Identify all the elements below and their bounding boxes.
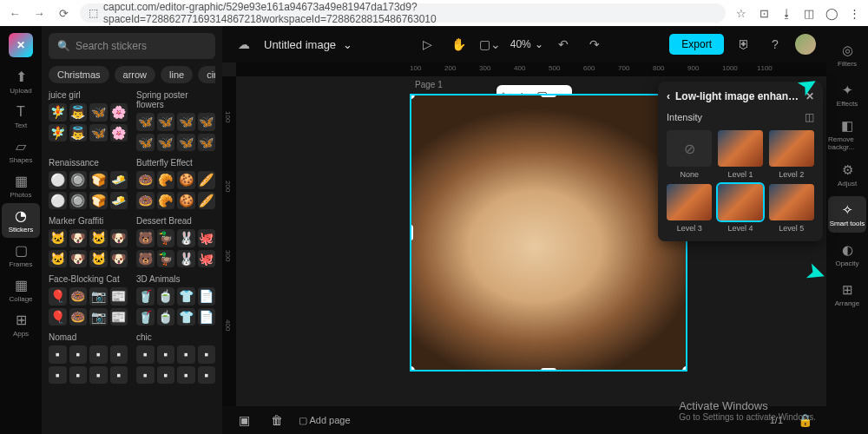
intensity-level-5[interactable]: Level 5 [768, 184, 814, 233]
sticker-thumb[interactable]: 🐶 [110, 229, 128, 247]
sticker-thumb[interactable]: 🍞 [89, 171, 108, 189]
chip-christmas[interactable]: Christmas [49, 66, 109, 83]
sticker-thumb[interactable]: ▪ [136, 345, 155, 364]
sticker-thumb[interactable]: ▪ [69, 366, 88, 385]
tool-effects[interactable]: ✦Effects [828, 76, 866, 113]
sticker-thumb[interactable]: ▪ [110, 366, 128, 385]
sticker-thumb[interactable]: 🥐 [157, 192, 175, 210]
sticker-thumb[interactable]: ▪ [198, 345, 216, 364]
sticker-thumb[interactable]: 🦋 [136, 113, 155, 131]
sticker-thumb[interactable]: 🍞 [89, 192, 108, 210]
sticker-thumb[interactable]: 👼 [69, 103, 88, 122]
undo-icon[interactable]: ↶ [552, 33, 575, 56]
doc-title[interactable]: Untitled image ⌄ [264, 38, 352, 51]
sticker-thumb[interactable]: ▪ [177, 366, 195, 385]
chip-arrow[interactable]: arrow [115, 66, 156, 83]
sticker-thumb[interactable]: 📄 [198, 287, 216, 306]
tool-remove-backgr-[interactable]: ◧Remove backgr... [828, 116, 866, 153]
sticker-thumb[interactable]: 🐻 [136, 229, 155, 247]
sticker-thumb[interactable]: 🍩 [69, 308, 88, 326]
nav-collage[interactable]: ▦Collage [2, 273, 40, 307]
panel-icon[interactable]: ◫ [802, 6, 816, 20]
close-icon[interactable]: ✕ [806, 90, 814, 102]
sticker-thumb[interactable]: 📷 [89, 308, 108, 326]
sticker-thumb[interactable]: 🐶 [69, 229, 88, 247]
sticker-thumb[interactable]: 🧈 [110, 192, 128, 210]
sticker-thumb[interactable]: 🐻 [136, 250, 155, 268]
add-page-button[interactable]: ▢ Add page [299, 415, 351, 426]
sticker-thumb[interactable]: 🍪 [177, 171, 195, 189]
intensity-level-3[interactable]: Level 3 [667, 184, 713, 233]
tool-smart-tools[interactable]: ✧Smart tools [828, 196, 866, 233]
sticker-thumb[interactable]: 🥤 [136, 308, 155, 326]
sticker-thumb[interactable]: 👼 [69, 124, 88, 142]
sticker-thumb[interactable]: 🐰 [177, 229, 195, 247]
sticker-thumb[interactable]: 👕 [177, 308, 195, 326]
sticker-thumb[interactable]: ⚪ [49, 192, 67, 210]
nav-shapes[interactable]: ▱Shapes [2, 134, 40, 168]
intensity-level-0[interactable]: ⊘None [667, 130, 713, 179]
sticker-thumb[interactable]: 📰 [110, 287, 128, 306]
sticker-thumb[interactable]: 🧈 [110, 171, 128, 189]
sticker-thumb[interactable]: 🐰 [177, 250, 195, 268]
sticker-thumb[interactable]: ▪ [136, 366, 155, 385]
sticker-thumb[interactable]: 🦋 [89, 103, 108, 122]
sticker-thumb[interactable]: 🦋 [198, 113, 216, 131]
sticker-thumb[interactable]: 🐱 [89, 250, 108, 268]
sticker-thumb[interactable]: 👕 [177, 287, 195, 306]
chip-line[interactable]: line [161, 66, 193, 83]
nav-frames[interactable]: ▢Frames [2, 238, 40, 273]
sticker-thumb[interactable]: 🐱 [49, 250, 67, 268]
sticker-thumb[interactable]: 🔘 [69, 171, 88, 189]
sticker-thumb[interactable]: 🐱 [49, 229, 67, 247]
nav-upload[interactable]: ⬆Upload [2, 64, 40, 99]
sticker-thumb[interactable]: 🧚 [49, 124, 67, 142]
browser-forward[interactable]: → [31, 5, 47, 21]
menu-icon[interactable]: ⋮ [847, 6, 861, 20]
sticker-thumb[interactable]: 🌸 [110, 103, 128, 122]
redo-icon[interactable]: ↷ [583, 33, 606, 56]
intensity-level-1[interactable]: Level 1 [718, 130, 764, 179]
sticker-thumb[interactable]: ▪ [157, 366, 175, 385]
nav-photos[interactable]: ▦Photos [2, 168, 40, 203]
sticker-thumb[interactable]: 🎈 [49, 308, 67, 326]
trash-icon[interactable]: 🗑 [266, 409, 288, 431]
nav-stickers[interactable]: ◔Stickers [2, 203, 40, 238]
download-icon[interactable]: ⭳ [779, 6, 793, 20]
sticker-thumb[interactable]: ▪ [49, 366, 67, 385]
browser-reload[interactable]: ⟳ [56, 5, 71, 21]
sticker-thumb[interactable]: 🐶 [69, 250, 88, 268]
search-input[interactable]: 🔍 Search stickers [49, 33, 215, 59]
sticker-thumb[interactable]: 🍪 [177, 192, 195, 210]
resize-handle[interactable] [541, 94, 556, 97]
sticker-thumb[interactable]: 🐙 [198, 250, 216, 268]
sticker-thumb[interactable]: 🐶 [110, 250, 128, 268]
sticker-thumb[interactable]: ▪ [69, 345, 88, 364]
sticker-thumb[interactable]: ⚪ [49, 171, 67, 189]
sticker-thumb[interactable]: 🦋 [177, 134, 195, 152]
sticker-thumb[interactable]: 🍵 [157, 287, 175, 306]
sticker-thumb[interactable]: 🦋 [157, 113, 175, 131]
sticker-thumb[interactable]: 🦆 [157, 229, 175, 247]
help-icon[interactable]: ? [764, 33, 786, 56]
play-icon[interactable]: ▷ [417, 33, 439, 56]
hand-icon[interactable]: ✋ [448, 33, 470, 56]
sticker-thumb[interactable]: 🥖 [198, 192, 216, 210]
intensity-level-4[interactable]: Level 4 [718, 184, 764, 233]
extensions-icon[interactable]: ⊡ [757, 6, 771, 20]
app-logo[interactable]: ✕ [9, 33, 33, 57]
sticker-thumb[interactable]: ▪ [89, 366, 108, 385]
cloud-icon[interactable]: ☁ [233, 33, 255, 56]
selected-image[interactable] [410, 94, 687, 372]
sticker-thumb[interactable]: 🔘 [69, 192, 88, 210]
sticker-thumb[interactable]: 🦋 [198, 134, 216, 152]
resize-handle[interactable] [682, 366, 687, 372]
sticker-thumb[interactable]: 🦆 [157, 250, 175, 268]
tool-opacity[interactable]: ◐Opacity [828, 236, 866, 273]
tool-adjust[interactable]: ⚙Adjust [828, 156, 866, 193]
sticker-thumb[interactable]: 🦋 [157, 134, 175, 152]
nav-text[interactable]: TText [2, 99, 40, 134]
sticker-thumb[interactable]: 🦋 [177, 113, 195, 131]
tool-arrange[interactable]: ⊞Arrange [828, 276, 866, 312]
sticker-thumb[interactable]: 🌸 [110, 124, 128, 142]
